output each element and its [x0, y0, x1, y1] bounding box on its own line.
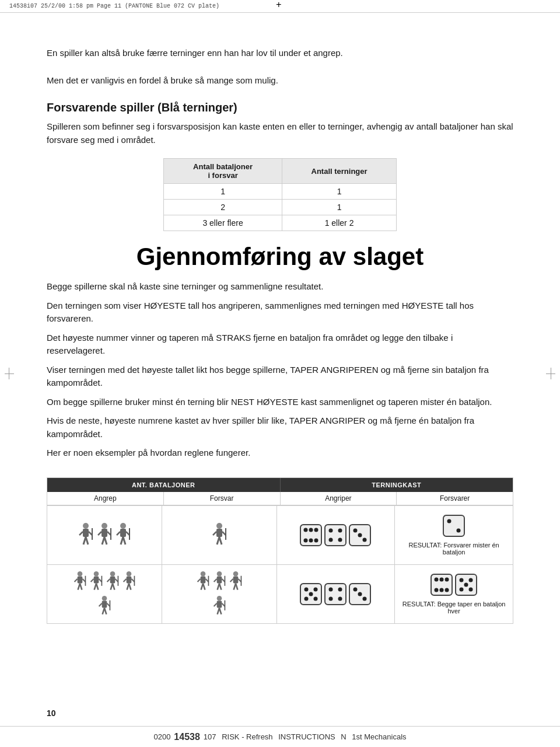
svg-point-119 [329, 596, 333, 601]
subheader-attacker: Angriper [281, 492, 397, 505]
svg-line-72 [123, 578, 126, 581]
soldier-icon [97, 595, 111, 617]
svg-line-51 [74, 578, 77, 581]
footer-text1: RISK - Refresh [220, 732, 275, 741]
svg-point-32 [304, 538, 308, 542]
svg-point-31 [314, 528, 318, 532]
top-metadata-bar: 14538i07 25/2/00 1:58 pm Page 11 (PANTON… [0, 0, 560, 13]
svg-line-85 [203, 583, 205, 589]
svg-point-130 [440, 588, 444, 592]
result-text-1: RESULTAT: Forsvarer mister én bataljon [400, 542, 508, 556]
svg-point-131 [445, 588, 449, 592]
svg-point-29 [304, 528, 308, 532]
soldier-icon [196, 571, 210, 593]
svg-rect-15 [120, 529, 126, 537]
table-row: 1 1 [164, 184, 397, 200]
example-header-dice: TERNINGKAST [281, 478, 513, 492]
svg-point-61 [110, 571, 116, 577]
svg-line-4 [79, 532, 83, 535]
svg-line-107 [214, 603, 216, 606]
svg-rect-1 [83, 529, 89, 537]
svg-line-10 [104, 537, 107, 544]
soldiers-group [69, 571, 139, 617]
svg-point-129 [435, 588, 439, 592]
footer-number: 14538 [174, 732, 200, 742]
battle-para5: Om begge spillerne bruker minst én terni… [47, 396, 513, 409]
soldier-icon [122, 571, 136, 593]
die-icon [455, 574, 477, 596]
subheader-attack: Angrep [47, 492, 164, 505]
soldier-icon [89, 571, 103, 593]
svg-point-133 [460, 578, 464, 582]
defense-heading: Forsvarende spiller (Blå terninger) [47, 101, 513, 114]
table-col2-header: Antall terninger [282, 159, 397, 184]
soldier-icon [78, 522, 94, 548]
battle-heading: Gjennomføring av slaget [47, 243, 513, 271]
soldier-icon [73, 571, 87, 593]
svg-rect-97 [233, 576, 238, 583]
attack-soldiers-1 [47, 506, 162, 564]
svg-rect-104 [216, 601, 222, 608]
svg-point-120 [338, 596, 342, 601]
die-icon [324, 524, 346, 546]
die-icon [443, 515, 465, 537]
svg-point-124 [363, 596, 367, 601]
svg-point-33 [309, 538, 313, 542]
dice-group [300, 583, 371, 605]
footer-bar: 0200 14538 107 RISK - Refresh INSTRUCTIO… [0, 726, 560, 747]
svg-line-99 [236, 583, 237, 589]
battle-para2: Den terningen som viser HØYESTE tall hos… [47, 299, 513, 326]
svg-rect-22 [216, 529, 222, 537]
top-bar-text: 14538i07 25/2/00 1:58 pm Page 11 (PANTON… [9, 3, 219, 9]
example-header: ANT. BATALJONER TERNINGKAST [47, 478, 513, 492]
svg-point-46 [457, 528, 461, 532]
example-row-2: RESULTAT: Begge taper en bataljon hver [47, 564, 513, 623]
svg-rect-28 [300, 525, 321, 546]
die-icon [300, 524, 322, 546]
svg-point-68 [127, 571, 132, 577]
svg-point-47 [78, 571, 83, 577]
example-header-battalions: ANT. BATALJONER [47, 478, 281, 492]
soldier-icon [229, 571, 243, 593]
svg-point-114 [304, 596, 309, 601]
svg-point-122 [354, 587, 358, 591]
svg-rect-8 [102, 529, 107, 537]
page: 14538i07 25/2/00 1:58 pm Page 11 (PANTON… [0, 0, 560, 747]
battle-para7: Her er noen eksempler på hvordan reglene… [47, 446, 513, 460]
svg-point-14 [120, 523, 126, 529]
soldiers-group [190, 571, 249, 617]
svg-rect-69 [127, 576, 132, 583]
svg-rect-90 [216, 576, 222, 583]
svg-rect-83 [200, 576, 205, 583]
soldier-icon [106, 571, 120, 593]
svg-point-135 [464, 582, 468, 587]
page-number: 10 [47, 708, 56, 718]
svg-point-34 [314, 538, 318, 542]
svg-point-21 [216, 523, 222, 529]
footer-suffix: 107 [204, 732, 216, 741]
svg-point-115 [314, 596, 318, 601]
svg-line-3 [86, 537, 88, 544]
table-cell: 1 [164, 184, 282, 200]
die-icon [349, 583, 371, 605]
svg-line-86 [197, 578, 200, 581]
attack-soldiers-2 [47, 565, 162, 623]
svg-rect-125 [431, 574, 452, 595]
attacker-dice-2 [277, 565, 396, 623]
svg-point-0 [83, 523, 89, 529]
battalion-table: Antall bataljoneri forsvar Antall ternin… [163, 158, 397, 231]
crop-mark-right-v [551, 368, 551, 379]
svg-rect-116 [325, 584, 346, 605]
svg-line-100 [230, 578, 233, 581]
dice-group [300, 524, 371, 546]
svg-line-24 [219, 537, 222, 544]
table-cell: 1 [282, 200, 397, 215]
svg-line-50 [80, 583, 82, 589]
table-row: 2 1 [164, 200, 397, 215]
die-icon [430, 574, 453, 596]
example-table: ANT. BATALJONER TERNINGKAST Angrep Forsv… [47, 477, 513, 624]
svg-point-113 [309, 592, 313, 596]
svg-point-118 [338, 587, 342, 591]
battle-para3: Det høyeste nummer vinner og taperen må … [47, 331, 513, 358]
table-col1-header: Antall bataljoneri forsvar [164, 159, 282, 184]
